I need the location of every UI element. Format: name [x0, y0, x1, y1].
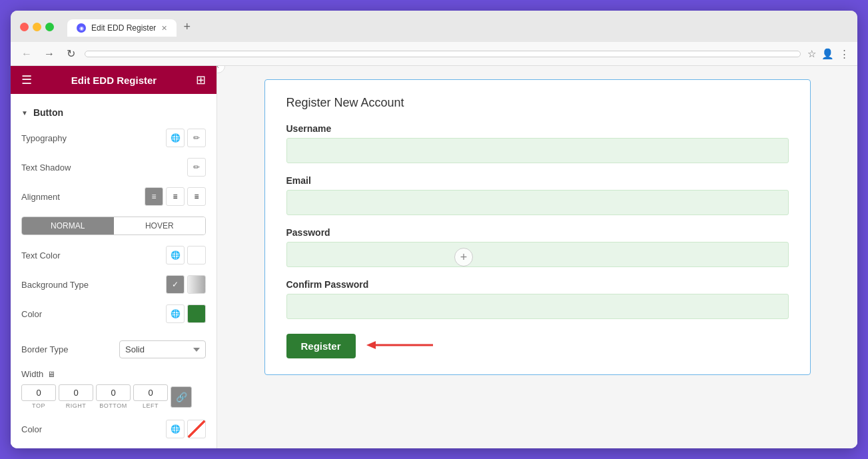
color-row: Color 🌐 [11, 299, 217, 328]
bg-type-solid-btn[interactable]: ✓ [166, 275, 185, 294]
width-bottom-input[interactable] [96, 384, 131, 401]
align-left-btn[interactable]: ≡ [145, 187, 163, 206]
confirm-password-label: Confirm Password [286, 279, 789, 290]
width-right-label: RIGHT [66, 402, 87, 409]
tab-favicon: ◉ [77, 23, 86, 33]
align-center-btn[interactable]: ≡ [166, 187, 185, 206]
width-right-input[interactable] [59, 384, 93, 401]
width-top-label: TOP [32, 402, 45, 409]
confirm-password-field: Confirm Password [286, 279, 789, 319]
alignment-row: Alignment ≡ ≡ ≡ [11, 182, 217, 211]
maximize-traffic-light[interactable] [45, 23, 54, 31]
username-field: Username [286, 123, 789, 163]
browser-tab[interactable]: ◉ Edit EDD Register ✕ [67, 19, 177, 37]
refresh-button[interactable]: ↻ [64, 46, 78, 61]
align-right-btn[interactable]: ≡ [187, 187, 206, 206]
confirm-password-input[interactable] [286, 294, 789, 319]
bookmark-button[interactable]: ☆ [807, 48, 816, 60]
background-type-label: Background Type [21, 280, 89, 290]
alignment-label: Alignment [21, 192, 60, 202]
register-form: Register New Account Username Email Pass… [264, 79, 811, 375]
normal-tab-btn[interactable]: NORMAL [22, 217, 114, 234]
width-top-box: TOP [21, 384, 56, 409]
width-bottom-box: BOTTOM [96, 384, 131, 409]
tab-close-button[interactable]: ✕ [161, 24, 167, 33]
border-color-row: Color 🌐 [11, 414, 217, 444]
text-shadow-row: Text Shadow ✏ [11, 153, 217, 182]
email-input[interactable] [286, 190, 789, 215]
address-bar [85, 51, 801, 57]
text-color-swatch[interactable] [187, 246, 206, 264]
border-type-select[interactable]: None Solid Dashed Dotted Double [119, 340, 206, 358]
password-label: Password [286, 227, 789, 238]
profile-button[interactable]: 👤 [821, 48, 834, 60]
bg-type-gradient-btn[interactable] [187, 275, 206, 294]
svg-marker-1 [366, 341, 376, 349]
forward-button[interactable]: → [41, 47, 57, 61]
background-type-row: Background Type ✓ [11, 270, 217, 299]
width-top-input[interactable] [21, 384, 56, 401]
email-field: Email [286, 175, 789, 215]
editor-area: ‹ + Register New Account Username Email [217, 66, 857, 448]
grid-icon[interactable]: ⊞ [196, 73, 206, 87]
add-block-button[interactable]: + [454, 248, 473, 266]
password-field: Password [286, 227, 789, 267]
register-row: Register [286, 331, 789, 358]
text-color-row: Text Color 🌐 [11, 240, 217, 270]
password-input[interactable] [286, 242, 789, 267]
sidebar: ☰ Edit EDD Register ⊞ ▼ Button Typograph… [11, 66, 217, 448]
minimize-traffic-light[interactable] [33, 23, 41, 31]
new-tab-button[interactable]: + [178, 17, 196, 37]
color-global-btn[interactable]: 🌐 [166, 304, 185, 323]
email-label: Email [286, 175, 789, 186]
section-caret: ▼ [21, 109, 28, 117]
tab-label: Edit EDD Register [91, 23, 156, 33]
text-color-label: Text Color [21, 250, 61, 260]
width-section: Width 🖥 TOP RIGHT [11, 364, 217, 414]
link-dimensions-btn[interactable]: 🔗 [171, 386, 192, 408]
section-label: Button [33, 107, 63, 118]
sidebar-header: ☰ Edit EDD Register ⊞ [11, 66, 217, 94]
typography-row: Typography 🌐 ✏ [11, 123, 217, 153]
form-title: Register New Account [286, 96, 789, 110]
menu-button[interactable]: ⋮ [839, 48, 849, 60]
hamburger-icon[interactable]: ☰ [21, 73, 32, 87]
arrow-annotation [366, 338, 440, 352]
color-swatch[interactable] [187, 304, 206, 323]
text-shadow-label: Text Shadow [21, 163, 71, 173]
border-color-global-btn[interactable]: 🌐 [166, 420, 185, 438]
width-left-box: LEFT [133, 384, 168, 409]
typography-label: Typography [21, 133, 67, 143]
typography-edit-btn[interactable]: ✏ [187, 129, 206, 147]
close-traffic-light[interactable] [20, 23, 29, 31]
border-color-label: Color [21, 424, 42, 434]
width-left-label: LEFT [143, 402, 159, 409]
border-type-label: Border Type [21, 344, 69, 354]
width-label-text: Width [21, 369, 43, 379]
color-label: Color [21, 309, 42, 319]
register-button[interactable]: Register [286, 334, 356, 358]
editor-canvas: + Register New Account Username Email Pa… [217, 66, 857, 448]
text-shadow-edit-btn[interactable]: ✏ [187, 158, 206, 177]
monitor-icon: 🖥 [47, 370, 55, 379]
border-type-row: Border Type None Solid Dashed Dotted Dou… [11, 335, 217, 364]
width-left-input[interactable] [133, 384, 168, 401]
border-color-swatch[interactable] [187, 420, 206, 438]
state-tab-toggle: NORMAL HOVER [21, 217, 206, 235]
typography-global-btn[interactable]: 🌐 [166, 129, 185, 147]
username-label: Username [286, 123, 789, 134]
section-header-button: ▼ Button [11, 102, 217, 123]
username-input[interactable] [286, 138, 789, 163]
back-button[interactable]: ← [19, 47, 35, 61]
sidebar-title: Edit EDD Register [71, 75, 157, 86]
text-color-global-btn[interactable]: 🌐 [166, 246, 185, 264]
width-right-box: RIGHT [59, 384, 93, 409]
hover-tab-btn[interactable]: HOVER [114, 217, 206, 234]
width-bottom-label: BOTTOM [99, 402, 127, 409]
